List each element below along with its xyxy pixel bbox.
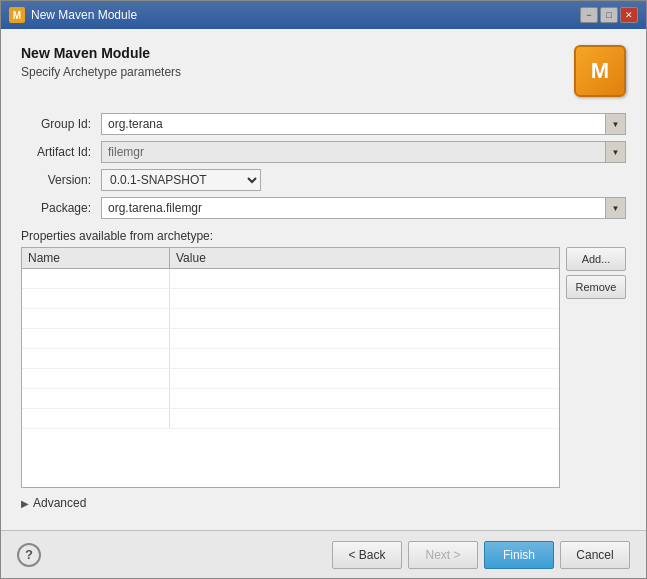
title-bar-controls: − □ ✕: [580, 7, 638, 23]
form-section: Group Id: ▼ Artifact Id: ▼ Version: 0.0.…: [21, 113, 626, 520]
cancel-button[interactable]: Cancel: [560, 541, 630, 569]
advanced-chevron-icon: ▶: [21, 498, 29, 509]
group-id-row: Group Id: ▼: [21, 113, 626, 135]
close-button[interactable]: ✕: [620, 7, 638, 23]
artifact-id-label: Artifact Id:: [21, 145, 101, 159]
maven-logo: M: [574, 45, 626, 97]
help-button[interactable]: ?: [17, 543, 41, 567]
header-text: New Maven Module Specify Archetype param…: [21, 45, 181, 79]
table-row: [22, 269, 559, 289]
bottom-right: < Back Next > Finish Cancel: [332, 541, 630, 569]
package-dropdown-arrow[interactable]: ▼: [606, 197, 626, 219]
group-id-field-wrapper: ▼: [101, 113, 626, 135]
content-area: New Maven Module Specify Archetype param…: [1, 29, 646, 530]
main-window: M New Maven Module − □ ✕ New Maven Modul…: [0, 0, 647, 579]
window-title: New Maven Module: [31, 8, 137, 22]
version-row: Version: 0.0.1-SNAPSHOT: [21, 169, 626, 191]
value-column-header: Value: [170, 248, 559, 268]
table-body: [22, 269, 559, 487]
table-row: [22, 369, 559, 389]
table-row: [22, 289, 559, 309]
minimize-button[interactable]: −: [580, 7, 598, 23]
table-row: [22, 409, 559, 429]
version-label: Version:: [21, 173, 101, 187]
artifact-id-field-wrapper: ▼: [101, 141, 626, 163]
artifact-id-dropdown-arrow: ▼: [606, 141, 626, 163]
advanced-section[interactable]: ▶ Advanced: [21, 496, 626, 510]
maximize-button[interactable]: □: [600, 7, 618, 23]
dialog-subtitle: Specify Archetype parameters: [21, 65, 181, 79]
window-icon: M: [9, 7, 25, 23]
group-id-dropdown-arrow[interactable]: ▼: [606, 113, 626, 135]
remove-property-button[interactable]: Remove: [566, 275, 626, 299]
advanced-label: Advanced: [33, 496, 86, 510]
version-select[interactable]: 0.0.1-SNAPSHOT: [101, 169, 261, 191]
finish-button[interactable]: Finish: [484, 541, 554, 569]
title-bar: M New Maven Module − □ ✕: [1, 1, 646, 29]
properties-section: Properties available from archetype: Nam…: [21, 229, 626, 488]
name-column-header: Name: [22, 248, 170, 268]
package-field-wrapper: ▼: [101, 197, 626, 219]
header-section: New Maven Module Specify Archetype param…: [21, 45, 626, 97]
bottom-left: ?: [17, 543, 41, 567]
group-id-input[interactable]: [101, 113, 606, 135]
group-id-label: Group Id:: [21, 117, 101, 131]
bottom-bar: ? < Back Next > Finish Cancel: [1, 530, 646, 578]
table-row: [22, 349, 559, 369]
next-button[interactable]: Next >: [408, 541, 478, 569]
properties-table: Name Value: [21, 247, 560, 488]
artifact-id-row: Artifact Id: ▼: [21, 141, 626, 163]
dialog-title: New Maven Module: [21, 45, 181, 61]
package-label: Package:: [21, 201, 101, 215]
package-input[interactable]: [101, 197, 606, 219]
table-row: [22, 309, 559, 329]
properties-container: Name Value: [21, 247, 626, 488]
artifact-id-input: [101, 141, 606, 163]
table-header: Name Value: [22, 248, 559, 269]
table-row: [22, 389, 559, 409]
properties-label: Properties available from archetype:: [21, 229, 626, 243]
title-bar-left: M New Maven Module: [9, 7, 137, 23]
properties-buttons: Add... Remove: [566, 247, 626, 488]
package-row: Package: ▼: [21, 197, 626, 219]
add-property-button[interactable]: Add...: [566, 247, 626, 271]
back-button[interactable]: < Back: [332, 541, 402, 569]
table-row: [22, 329, 559, 349]
